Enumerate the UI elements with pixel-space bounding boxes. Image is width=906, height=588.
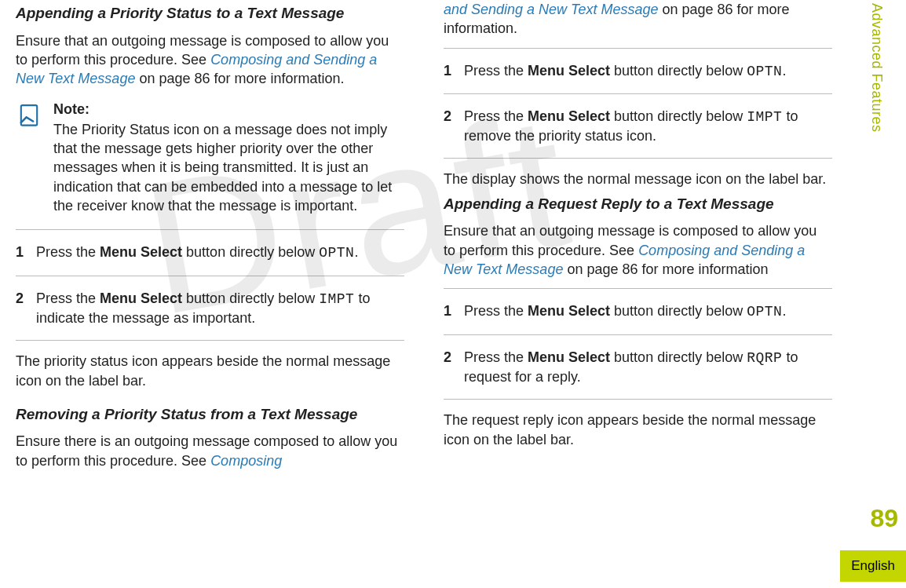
softkey-impt: IMPT	[747, 109, 782, 125]
ui-label-menu-select: Menu Select	[528, 303, 610, 319]
intro-text-b: on page 86 for more information	[563, 261, 768, 277]
note-text: The Priority Status icon on a message do…	[53, 120, 401, 215]
text: button directly below	[610, 108, 747, 124]
softkey-optn: OPTN	[747, 64, 782, 79]
step-text: Press the Menu Select button directly be…	[464, 61, 832, 81]
section-heading-append-request-reply: Appending a Request Reply to a Text Mess…	[444, 194, 832, 214]
note-box: Note: The Priority Status icon on a mess…	[16, 100, 404, 216]
result-paragraph: The priority status icon appears beside …	[16, 352, 404, 390]
step-text: Press the Menu Select button directly be…	[464, 301, 832, 321]
ui-label-menu-select: Menu Select	[528, 349, 610, 365]
result-paragraph: The request reply icon appears beside th…	[444, 411, 832, 449]
text: button directly below	[182, 244, 319, 260]
softkey-optn: OPTN	[747, 304, 782, 320]
ui-label-menu-select: Menu Select	[528, 108, 610, 124]
left-column: Appending a Priority Status to a Text Me…	[16, 0, 404, 470]
step-2: 2 Press the Menu Select button directly …	[444, 334, 832, 400]
margin-column: Advanced Features	[868, 0, 895, 588]
section-heading-append-priority: Appending a Priority Status to a Text Me…	[16, 3, 404, 24]
step-text: Press the Menu Select button directly be…	[464, 348, 832, 387]
text: Press the	[464, 63, 528, 79]
softkey-optn: OPTN	[319, 245, 354, 261]
step-number: 1	[444, 301, 451, 321]
softkey-rqrp: RQRP	[747, 350, 782, 366]
page-number: 89	[870, 504, 898, 533]
note-icon	[16, 101, 42, 133]
text: .	[354, 244, 358, 260]
language-tag: English	[840, 550, 906, 582]
section-heading-remove-priority: Removing a Priority Status from a Text M…	[16, 404, 404, 425]
text: Press the	[36, 244, 100, 260]
ui-label-menu-select: Menu Select	[100, 244, 182, 260]
text: Press the	[464, 303, 528, 319]
intro-paragraph: Ensure that an outgoing message is compo…	[16, 31, 404, 89]
step-1: 1 Press the Menu Select button directly …	[444, 48, 832, 93]
note-body: Note: The Priority Status icon on a mess…	[53, 100, 401, 216]
cross-reference-link[interactable]: and Sending a New Text Message	[444, 2, 659, 17]
text: Press the	[36, 290, 100, 306]
intro-text-a: Ensure there is an outgoing message comp…	[16, 433, 397, 468]
note-title: Note:	[53, 100, 401, 119]
intro-text-b: on page 86 for more information.	[135, 71, 344, 86]
text: button directly below	[610, 303, 747, 319]
text: button directly below	[610, 349, 747, 365]
step-text: Press the Menu Select button directly be…	[464, 107, 832, 146]
intro-paragraph: Ensure there is an outgoing message comp…	[16, 432, 404, 470]
step-number: 2	[444, 107, 451, 146]
intro-continuation: and Sending a New Text Message on page 8…	[444, 0, 832, 38]
page-content: Appending a Priority Status to a Text Me…	[0, 0, 856, 470]
step-text: Press the Menu Select button directly be…	[36, 243, 404, 262]
text: Press the	[464, 108, 528, 124]
text: .	[782, 303, 786, 319]
right-column: and Sending a New Text Message on page 8…	[444, 0, 832, 470]
step-2: 2 Press the Menu Select button directly …	[16, 276, 404, 341]
step-2: 2 Press the Menu Select button directly …	[444, 93, 832, 159]
text: Press the	[464, 349, 528, 365]
step-number: 1	[444, 61, 451, 81]
step-number: 2	[16, 289, 24, 328]
step-number: 1	[16, 243, 24, 262]
softkey-impt: IMPT	[319, 291, 354, 307]
step-text: Press the Menu Select button directly be…	[36, 289, 404, 328]
svg-rect-0	[21, 105, 37, 126]
result-paragraph: The display shows the normal message ico…	[444, 170, 832, 188]
step-1: 1 Press the Menu Select button directly …	[16, 229, 404, 275]
text: button directly below	[182, 290, 319, 306]
text: .	[782, 63, 786, 79]
step-1: 1 Press the Menu Select button directly …	[444, 288, 832, 334]
chapter-title: Advanced Features	[868, 3, 885, 133]
text: button directly below	[610, 63, 747, 79]
cross-reference-link[interactable]: Composing	[210, 453, 282, 469]
ui-label-menu-select: Menu Select	[100, 290, 182, 306]
intro-paragraph: Ensure that an outgoing message is compo…	[444, 221, 832, 279]
step-number: 2	[444, 348, 451, 387]
ui-label-menu-select: Menu Select	[528, 63, 610, 79]
